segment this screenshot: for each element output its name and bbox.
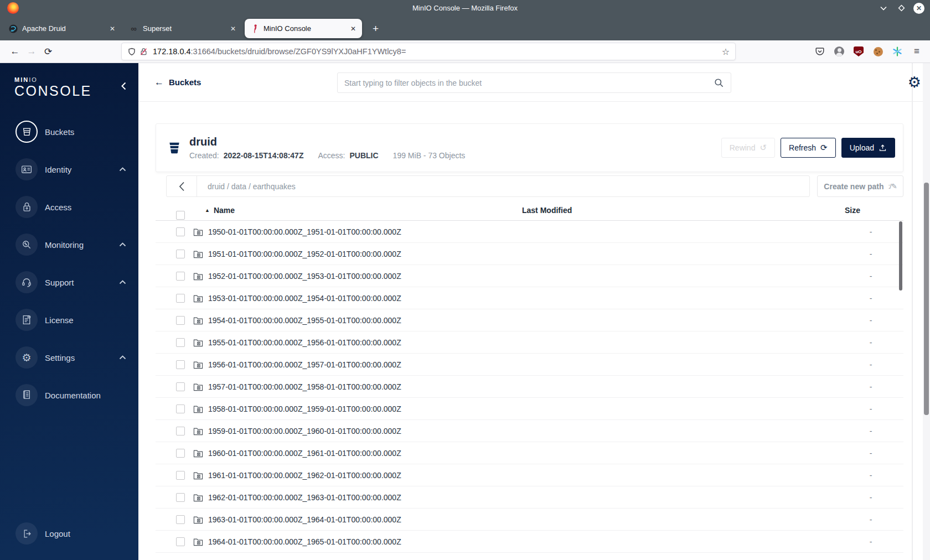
cookie-extension-icon[interactable] xyxy=(872,46,884,57)
object-name[interactable]: 1959-01-01T00:00:00.000Z_1960-01-01T00:0… xyxy=(208,427,401,435)
sidebar-collapse-icon[interactable] xyxy=(121,82,126,90)
table-row[interactable]: 1956-01-01T00:00:00.000Z_1957-01-01T00:0… xyxy=(156,354,903,376)
row-checkbox[interactable] xyxy=(176,537,185,546)
tab-close-icon[interactable]: ✕ xyxy=(349,25,357,33)
maximize-icon[interactable] xyxy=(896,3,907,14)
sidebar-item-monitoring[interactable]: Monitoring xyxy=(0,226,138,263)
row-checkbox[interactable] xyxy=(176,272,185,281)
row-checkbox[interactable] xyxy=(176,427,185,435)
object-name[interactable]: 1953-01-01T00:00:00.000Z_1954-01-01T00:0… xyxy=(208,294,401,303)
sort-ascending-icon[interactable]: ▲ xyxy=(205,208,210,213)
chevron-up-icon[interactable] xyxy=(119,280,126,284)
insecure-lock-icon[interactable] xyxy=(140,47,148,56)
pocket-icon[interactable] xyxy=(814,46,825,57)
select-all-checkbox[interactable] xyxy=(176,211,185,220)
settings-gear-icon[interactable]: ⚙ xyxy=(908,75,921,90)
sidebar-item-identity[interactable]: Identity xyxy=(0,151,138,188)
shield-icon[interactable] xyxy=(127,47,136,56)
sidebar-item-support[interactable]: Support xyxy=(0,263,138,301)
url-text[interactable]: 172.18.0.4:31664/buckets/druid/browse/ZG… xyxy=(153,47,406,56)
table-row[interactable]: 1959-01-01T00:00:00.000Z_1960-01-01T00:0… xyxy=(156,420,903,442)
row-checkbox[interactable] xyxy=(176,382,185,391)
table-row[interactable]: 1952-01-01T00:00:00.000Z_1953-01-01T00:0… xyxy=(156,265,903,287)
chevron-up-icon[interactable] xyxy=(119,242,126,247)
forward-button[interactable]: → xyxy=(23,46,40,57)
sidebar-item-buckets[interactable]: Buckets xyxy=(0,113,138,151)
row-checkbox[interactable] xyxy=(176,515,185,524)
object-name[interactable]: 1954-01-01T00:00:00.000Z_1955-01-01T00:0… xyxy=(208,316,401,325)
menu-icon[interactable]: ≡ xyxy=(911,46,922,57)
bookmark-star-icon[interactable]: ☆ xyxy=(722,46,730,57)
table-scrollbar-thumb[interactable] xyxy=(899,221,902,291)
tab-close-icon[interactable]: ✕ xyxy=(108,25,116,33)
object-name[interactable]: 1957-01-01T00:00:00.000Z_1958-01-01T00:0… xyxy=(208,382,401,391)
table-row[interactable]: 1958-01-01T00:00:00.000Z_1959-01-01T00:0… xyxy=(156,398,903,420)
back-button[interactable]: ← xyxy=(7,46,23,57)
row-checkbox[interactable] xyxy=(176,338,185,347)
object-name[interactable]: 1956-01-01T00:00:00.000Z_1957-01-01T00:0… xyxy=(208,360,401,369)
breadcrumb-path[interactable]: druid / data / earthquakes xyxy=(208,182,296,191)
object-filter-searchbox[interactable] xyxy=(337,72,731,93)
column-last-modified[interactable]: Last Modified xyxy=(522,206,572,215)
url-bar[interactable]: 172.18.0.4:31664/buckets/druid/browse/ZG… xyxy=(121,43,736,60)
row-checkbox[interactable] xyxy=(176,405,185,413)
object-name[interactable]: 1960-01-01T00:00:00.000Z_1961-01-01T00:0… xyxy=(208,449,401,458)
object-name[interactable]: 1952-01-01T00:00:00.000Z_1953-01-01T00:0… xyxy=(208,272,401,281)
search-input[interactable] xyxy=(344,79,714,87)
new-tab-button[interactable]: + xyxy=(368,23,383,35)
minimize-icon[interactable] xyxy=(878,3,889,14)
table-row[interactable]: 1962-01-01T00:00:00.000Z_1963-01-01T00:0… xyxy=(156,486,903,509)
tab-superset[interactable]: ∞ Superset ✕ xyxy=(124,19,242,38)
close-icon[interactable]: ✕ xyxy=(913,3,924,14)
upload-button[interactable]: Upload xyxy=(841,138,895,158)
object-name[interactable]: 1961-01-01T00:00:00.000Z_1962-01-01T00:0… xyxy=(208,471,401,480)
object-name[interactable]: 1950-01-01T00:00:00.000Z_1951-01-01T00:0… xyxy=(208,227,401,236)
rewind-button[interactable]: Rewind↺ xyxy=(721,138,775,158)
column-name[interactable]: ▲ Name xyxy=(205,206,235,215)
column-size[interactable]: Size xyxy=(845,206,860,215)
object-name[interactable]: 1951-01-01T00:00:00.000Z_1952-01-01T00:0… xyxy=(208,250,401,258)
tab-minio-console[interactable]: MinIO Console ✕ xyxy=(245,19,362,38)
table-row[interactable]: 1963-01-01T00:00:00.000Z_1964-01-01T00:0… xyxy=(156,509,903,531)
tab-apache-druid[interactable]: Apache Druid ✕ xyxy=(3,19,121,38)
refresh-button[interactable]: Refresh⟳ xyxy=(781,138,836,158)
table-row[interactable]: 1964-01-01T00:00:00.000Z_1965-01-01T00:0… xyxy=(156,531,903,553)
sidebar-item-logout[interactable]: Logout xyxy=(0,515,138,552)
row-checkbox[interactable] xyxy=(176,227,185,236)
table-row[interactable]: 1955-01-01T00:00:00.000Z_1956-01-01T00:0… xyxy=(156,331,903,354)
breadcrumb-back-button[interactable] xyxy=(167,176,197,196)
chevron-up-icon[interactable] xyxy=(119,355,126,360)
row-checkbox[interactable] xyxy=(176,316,185,325)
reload-button[interactable]: ⟳ xyxy=(40,46,56,58)
table-row[interactable]: 1950-01-01T00:00:00.000Z_1951-01-01T00:0… xyxy=(156,221,903,243)
row-checkbox[interactable] xyxy=(176,294,185,303)
row-checkbox[interactable] xyxy=(176,250,185,258)
table-row[interactable]: 1957-01-01T00:00:00.000Z_1958-01-01T00:0… xyxy=(156,376,903,398)
object-name[interactable]: 1955-01-01T00:00:00.000Z_1956-01-01T00:0… xyxy=(208,338,401,347)
page-scrollbar-thumb[interactable] xyxy=(924,183,929,415)
object-name[interactable]: 1958-01-01T00:00:00.000Z_1959-01-01T00:0… xyxy=(208,405,401,413)
account-icon[interactable] xyxy=(834,46,845,57)
row-checkbox[interactable] xyxy=(176,471,185,480)
row-checkbox[interactable] xyxy=(176,449,185,458)
table-row[interactable]: 1953-01-01T00:00:00.000Z_1954-01-01T00:0… xyxy=(156,287,903,309)
table-row[interactable]: 1954-01-01T00:00:00.000Z_1955-01-01T00:0… xyxy=(156,309,903,331)
extension-asterisk-icon[interactable] xyxy=(892,46,903,57)
create-new-path-button[interactable]: Create new path :/✎ xyxy=(817,175,903,197)
sidebar-item-license[interactable]: License xyxy=(0,301,138,339)
page-scrollbar-track[interactable] xyxy=(923,63,930,560)
row-checkbox[interactable] xyxy=(176,493,185,502)
ublock-icon[interactable]: uO xyxy=(853,46,864,57)
back-to-buckets-link[interactable]: ← Buckets xyxy=(154,77,201,88)
table-row[interactable]: 1951-01-01T00:00:00.000Z_1952-01-01T00:0… xyxy=(156,243,903,265)
object-name[interactable]: 1964-01-01T00:00:00.000Z_1965-01-01T00:0… xyxy=(208,537,401,546)
object-name[interactable]: 1963-01-01T00:00:00.000Z_1964-01-01T00:0… xyxy=(208,515,401,524)
sidebar-item-documentation[interactable]: Documentation xyxy=(0,376,138,414)
table-row[interactable]: 1961-01-01T00:00:00.000Z_1962-01-01T00:0… xyxy=(156,464,903,486)
table-row[interactable]: 1960-01-01T00:00:00.000Z_1961-01-01T00:0… xyxy=(156,442,903,464)
tab-close-icon[interactable]: ✕ xyxy=(229,25,237,33)
sidebar-item-access[interactable]: Access xyxy=(0,188,138,226)
chevron-up-icon[interactable] xyxy=(119,167,126,172)
row-checkbox[interactable] xyxy=(176,360,185,369)
sidebar-item-settings[interactable]: ⚙ Settings xyxy=(0,339,138,376)
